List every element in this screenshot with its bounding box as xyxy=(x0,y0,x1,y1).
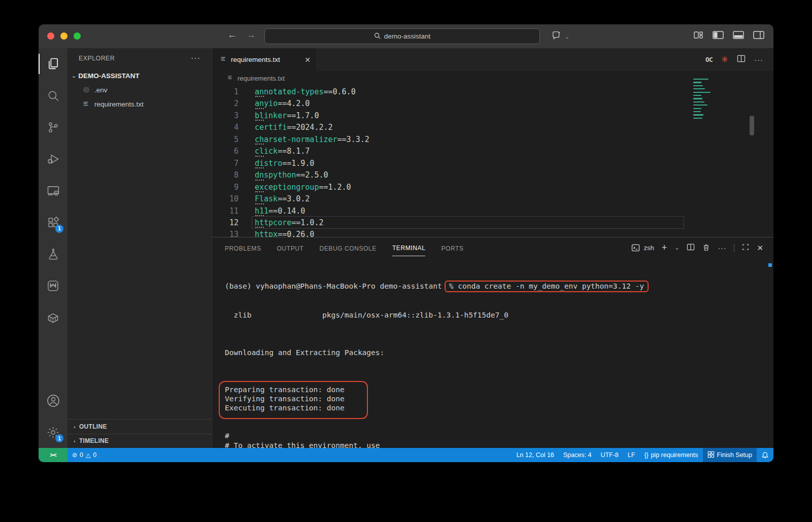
warnings-icon: △ xyxy=(86,451,90,459)
chevron-down-icon: ⌄ xyxy=(565,33,569,40)
status-bar: >< ⊘ 0 △ 0 Ln 12, Col 16 Spaces: 4 UTF-8… xyxy=(39,448,773,462)
back-button[interactable]: ← xyxy=(227,29,237,41)
customize-layout-icon[interactable] xyxy=(693,30,703,42)
toggle-primary-sidebar-icon[interactable] xyxy=(713,30,724,42)
close-panel-icon[interactable]: ✕ xyxy=(757,243,763,253)
activity-bar: 1 1 xyxy=(39,48,67,448)
search-sidebar-icon[interactable] xyxy=(39,83,67,109)
run-debug-icon[interactable] xyxy=(39,147,67,172)
split-terminal-icon[interactable] xyxy=(687,243,695,252)
terminal-line: zlib pkgs/main/osx-arm64::zlib-1.3.1-h5f… xyxy=(225,310,773,320)
copilot-icon xyxy=(551,30,562,43)
editor-scrollbar[interactable] xyxy=(750,116,754,135)
encoding-status[interactable]: UTF-8 xyxy=(596,448,623,462)
tab-problems[interactable]: PROBLEMS xyxy=(225,240,261,256)
terminal-line: Verifying transaction: done xyxy=(225,394,373,403)
editor-group: requirements.txt ✕ OC ✳ ··· requirements… xyxy=(212,48,773,448)
forward-button[interactable]: → xyxy=(246,29,256,41)
indentation-status[interactable]: Spaces: 4 xyxy=(559,448,596,462)
cursor-position-status[interactable]: Ln 12, Col 16 xyxy=(512,448,558,462)
traffic-lights xyxy=(47,32,81,40)
minimize-window-button[interactable] xyxy=(60,32,67,40)
new-terminal-icon[interactable]: + xyxy=(662,242,667,253)
errors-icon: ⊘ xyxy=(72,451,77,459)
chevron-down-icon: ⌄ xyxy=(72,73,76,79)
terminal-line xyxy=(225,357,773,366)
bottom-panel: PROBLEMS OUTPUT DEBUG CONSOLE TERMINAL P… xyxy=(212,237,773,448)
terminal-line xyxy=(225,320,773,329)
file-requirements-txt[interactable]: requirements.txt xyxy=(67,97,212,111)
code-line: 2anyio==4.2.0 xyxy=(212,98,773,110)
kill-terminal-icon[interactable] xyxy=(702,243,710,253)
explorer-icon[interactable] xyxy=(39,51,67,77)
chevron-right-icon: › xyxy=(74,438,76,444)
outline-section[interactable]: › OUTLINE xyxy=(67,419,212,434)
copilot-menu[interactable]: ⌄ xyxy=(551,30,569,43)
minimap[interactable] xyxy=(693,79,724,119)
command-center-search[interactable]: demo-assistant xyxy=(264,28,540,44)
editor-tab-bar: requirements.txt ✕ OC ✳ ··· xyxy=(212,48,773,71)
terminal-line: Preparing transaction: done xyxy=(225,385,373,394)
tab-debug-console[interactable]: DEBUG CONSOLE xyxy=(319,240,377,256)
setup-grid-icon xyxy=(707,451,715,460)
containers-icon[interactable] xyxy=(39,305,67,330)
split-editor-icon[interactable] xyxy=(737,55,746,64)
testing-icon[interactable] xyxy=(39,241,67,267)
terminal-line xyxy=(225,338,773,347)
language-mode-status[interactable]: {} pip requirements xyxy=(639,448,702,462)
file-env[interactable]: .env xyxy=(67,83,212,97)
code-line: 7distro==1.9.0 xyxy=(212,158,773,169)
accounts-icon[interactable] xyxy=(39,388,67,413)
panel-more-actions-icon[interactable]: ··· xyxy=(718,244,726,252)
vscode-window: ← → demo-assistant ⌄ xyxy=(39,24,773,462)
shell-selector[interactable]: zsh xyxy=(631,244,654,252)
eol-status[interactable]: LF xyxy=(623,448,640,462)
tab-terminal[interactable]: TERMINAL xyxy=(392,239,425,256)
folder-demo-assistant[interactable]: ⌄ DEMO-ASSISTANT xyxy=(67,68,212,83)
gear-file-icon xyxy=(83,86,90,93)
code-line: 10Flask==3.0.2 xyxy=(212,193,773,205)
divider xyxy=(734,244,734,252)
tab-output[interactable]: OUTPUT xyxy=(277,240,304,256)
problems-status[interactable]: ⊘ 0 △ 0 xyxy=(67,448,101,462)
chevron-right-icon: › xyxy=(74,424,76,429)
open-changes-icon[interactable]: OC xyxy=(705,56,713,63)
timeline-section[interactable]: › TIMELINE xyxy=(67,434,212,448)
remote-indicator[interactable]: >< xyxy=(39,448,67,462)
toggle-panel-icon[interactable] xyxy=(733,30,744,42)
conda-create-command-annotated: % conda create -n my_demo_env python=3.1… xyxy=(445,281,649,292)
editor-more-actions-icon[interactable]: ··· xyxy=(754,55,763,64)
finish-setup-button[interactable]: Finish Setup xyxy=(703,448,757,462)
tab-requirements-txt[interactable]: requirements.txt ✕ xyxy=(212,48,317,71)
terminal-output[interactable]: (base) vyhaophan@Phans-MacBook-Pro demo-… xyxy=(212,258,773,448)
source-control-icon[interactable] xyxy=(39,115,67,140)
terminal-line: Executing transaction: done xyxy=(225,403,373,412)
terminal-line: # To activate this environment, use xyxy=(225,441,773,448)
extensions-badge: 1 xyxy=(55,225,63,233)
close-tab-icon[interactable]: ✕ xyxy=(304,56,311,64)
text-file-icon xyxy=(83,100,90,108)
explorer-more-actions-icon[interactable]: ··· xyxy=(191,54,200,63)
code-line: 13httpx==0.26.0 xyxy=(212,229,773,237)
maximize-panel-icon[interactable] xyxy=(742,243,749,252)
terminal-line: # xyxy=(225,431,773,440)
notifications-bell-icon[interactable] xyxy=(757,448,773,462)
formatter-extension-icon[interactable]: ✳ xyxy=(721,54,728,65)
code-line: 11h11==0.14.0 xyxy=(212,205,773,217)
toggle-secondary-sidebar-icon[interactable] xyxy=(753,30,764,42)
search-icon xyxy=(374,32,381,41)
terminal-dropdown-icon[interactable]: ⌄ xyxy=(674,245,679,251)
extensions-icon[interactable]: 1 xyxy=(39,210,67,235)
remote-explorer-icon[interactable] xyxy=(39,178,67,203)
settings-gear-icon[interactable]: 1 xyxy=(39,420,67,445)
breadcrumb[interactable]: requirements.txt xyxy=(212,71,773,85)
terminal-overview-marker xyxy=(768,263,772,267)
text-file-icon xyxy=(227,75,233,82)
zoom-window-button[interactable] xyxy=(74,32,81,40)
transaction-done-annotated: Preparing transaction: doneVerifying tra… xyxy=(225,385,373,413)
close-window-button[interactable] xyxy=(47,32,54,40)
extension-m-icon[interactable] xyxy=(39,273,67,299)
tab-ports[interactable]: PORTS xyxy=(441,240,463,256)
code-line: 9exceptiongroup==1.2.0 xyxy=(212,182,773,193)
code-editor[interactable]: 1annotated-types==0.6.02anyio==4.2.03bli… xyxy=(212,85,773,237)
